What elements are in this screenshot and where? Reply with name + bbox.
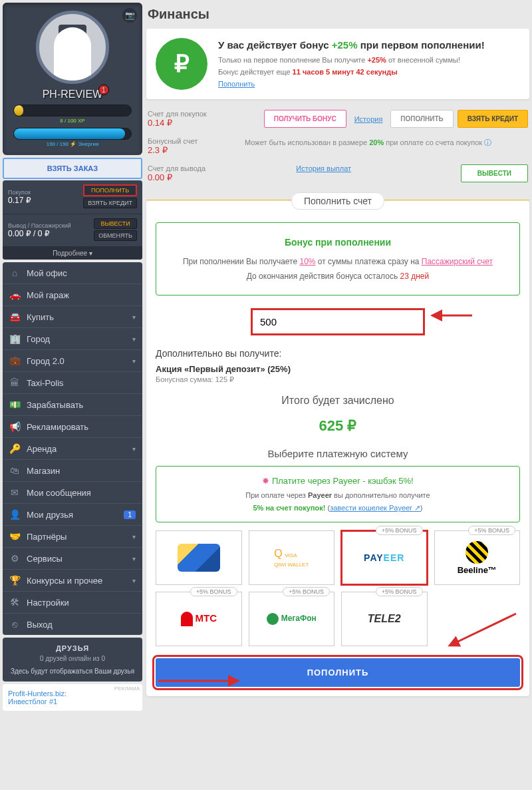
nav-icon: 📢 [9, 421, 20, 432]
nav-Рекламировать[interactable]: 📢Рекламировать [3, 415, 142, 437]
mini-withdraw-button[interactable]: ВЫВЕСТИ [94, 218, 137, 229]
energy-bar [13, 128, 132, 140]
nav-label: Выход [27, 620, 53, 630]
nav-icon: ⌂ [9, 268, 20, 278]
nav-label: Магазин [27, 466, 60, 476]
total-label: Итого будет зачислено [156, 395, 520, 407]
xp-bar [13, 104, 132, 116]
energy-text: 190 / 190 ⚡ Энергия [8, 141, 137, 147]
payout-history-link[interactable]: История выплат [292, 164, 355, 172]
acct-bonus-note: Может быть использован в размере 20% при… [245, 137, 528, 148]
chevron-down-icon: ▾ [132, 555, 136, 562]
nav-icon: 🚘 [9, 311, 20, 322]
avatar[interactable] [36, 11, 109, 84]
amount-input[interactable] [251, 309, 424, 335]
nav-Настройки[interactable]: 🛠Настройки [3, 591, 142, 613]
nav-Аренда[interactable]: 🔑Аренда▾ [3, 437, 142, 459]
nav-Магазин[interactable]: 🛍Магазин [3, 459, 142, 481]
pay-cards[interactable] [156, 530, 242, 585]
ad-link2[interactable]: Инвестблог #1 [8, 697, 57, 705]
nav-icon: ⎋ [9, 619, 20, 630]
nav-label: Аренда [27, 444, 57, 454]
pay-payeer[interactable]: +5% BONUSPAYEER [341, 530, 428, 585]
topup-card: Бонус при пополнении При пополнении Вы п… [146, 201, 529, 696]
friends-empty: Здесь будут отображаться Ваши друзья [8, 668, 137, 675]
nav-icon: 🤝 [9, 531, 20, 542]
pay-visa-qiwi[interactable]: Q VISAQIWI WALLET [249, 530, 335, 585]
bonus-line1: Только на первое пополнение Вы получите … [218, 55, 485, 67]
nav-label: Мой офис [27, 268, 67, 278]
chevron-down-icon: ▾ [132, 445, 136, 453]
mini-more-button[interactable]: Подробнее ▾ [3, 247, 142, 260]
get-bonus-button[interactable]: ПОЛУЧИТЬ БОНУС [264, 110, 346, 128]
nav-Мои друзья[interactable]: 👤Мои друзья1 [3, 503, 142, 525]
nav-label: Конкурсы и прочее [27, 576, 102, 586]
nav-Мой гараж[interactable]: 🚗Мой гараж [3, 284, 142, 305]
bonus-title: У вас действует бонус +25% при первом по… [218, 39, 485, 51]
nav-icon: 🔑 [9, 443, 20, 454]
credit-button[interactable]: ВЗЯТЬ КРЕДИТ [458, 110, 528, 128]
camera-icon[interactable]: 📷 [122, 8, 137, 23]
chevron-down-icon: ▾ [132, 335, 136, 343]
nav-icon: 🏛 [9, 377, 20, 388]
nav-label: Мои сообщения [27, 488, 91, 498]
pay-tele2[interactable]: +5% BONUSTELE2 [341, 592, 428, 646]
topup-button[interactable]: ПОПОЛНИТЬ [390, 110, 453, 128]
account-buy-row: Счет для покупок 0.14 ₽ ПОЛУЧИТЬ БОНУС И… [146, 107, 529, 134]
pay-mts[interactable]: +5% BONUSМТС [156, 592, 242, 646]
chevron-down-icon: ▾ [132, 533, 136, 540]
username: PH-REVIEW 1 [8, 89, 137, 100]
nav-Сервисы[interactable]: ⚙Сервисы▾ [3, 547, 142, 569]
nav-Конкурсы и прочее[interactable]: 🏆Конкурсы и прочее▾ [3, 569, 142, 591]
promo-name: Акция «Первый депозит» (25%) [156, 364, 520, 374]
nav-label: Город [27, 334, 50, 344]
nav-icon: 💵 [9, 399, 20, 410]
pay-beeline[interactable]: +5% BONUSBeeline™ [434, 530, 521, 585]
friends-sub: 0 друзей онлайн из 0 [8, 655, 137, 662]
bonus-line2: Бонус действует еще 11 часов 5 минут 42 … [218, 67, 485, 79]
take-order-button[interactable]: ВЗЯТЬ ЗАКАЗ [3, 158, 142, 179]
acct-out-label: Счет для вывода [148, 164, 234, 172]
mini-topup-button[interactable]: ПОПОЛНИТЬ [83, 184, 137, 196]
nav-Мой офис[interactable]: ⌂Мой офис [3, 262, 142, 284]
payeer-promo: Платите через Payeer - кэшбэк 5%! При оп… [156, 466, 520, 522]
xp-text: 8 / 100 XP [8, 118, 137, 124]
bonus-info: Бонус при пополнении При пополнении Вы п… [156, 222, 520, 296]
nav-label: Рекламировать [27, 422, 88, 432]
bonus-topup-link[interactable]: Пополнить [218, 80, 255, 88]
mini-out-label: Вывод / Пассажирский [8, 222, 71, 229]
nav-Мои сообщения[interactable]: ✉Мои сообщения [3, 481, 142, 503]
bonus-banner: ₽ У вас действует бонус +25% при первом … [146, 29, 529, 99]
nav-label: Настройки [27, 598, 69, 608]
history-link[interactable]: История [350, 115, 387, 123]
mini-exchange-button[interactable]: ОБМЕНЯТЬ [94, 230, 137, 241]
nav-Партнёры[interactable]: 🤝Партнёры▾ [3, 525, 142, 547]
nav-icon: 🏢 [9, 333, 20, 344]
ad-tag: РЕКЛАМА [114, 686, 140, 691]
total-value: 625 ₽ [156, 417, 520, 435]
nav-Купить[interactable]: 🚘Купить▾ [3, 305, 142, 327]
nav-icon: 🛍 [9, 465, 20, 476]
mini-credit-button[interactable]: ВЗЯТЬ КРЕДИТ [83, 198, 137, 208]
nav-label: Сервисы [27, 554, 63, 564]
profile-card: 📷 PH-REVIEW 1 8 / 100 XP 190 / 190 ⚡ Эне… [3, 3, 142, 155]
ad-link1[interactable]: Profit-Hunters.biz: [8, 690, 66, 697]
withdraw-button[interactable]: ВЫВЕСТИ [461, 164, 528, 182]
nav-Зарабатывать[interactable]: 💵Зарабатывать [3, 393, 142, 415]
nav-Город[interactable]: 🏢Город▾ [3, 327, 142, 349]
pay-megafon[interactable]: +5% BONUSМегаФон [249, 592, 335, 646]
notif-badge[interactable]: 1 [98, 85, 109, 95]
chevron-down-icon: ▾ [132, 577, 136, 584]
nav-badge: 1 [124, 510, 136, 519]
ad-box[interactable]: РЕКЛАМА Profit-Hunters.biz: Инвестблог #… [3, 684, 142, 711]
chevron-down-icon: ▾ [132, 357, 136, 365]
payeer-wallet-link[interactable]: завести кошелек Payeer ↗ [330, 504, 420, 512]
friends-box: ДРУЗЬЯ 0 друзей онлайн из 0 Здесь будут … [3, 638, 142, 682]
nav-Город 2.0[interactable]: 💼Город 2.0▾ [3, 349, 142, 371]
mini-finance: Покупок 0.17 ₽ ПОПОЛНИТЬ ВЗЯТЬ КРЕДИТ Вы… [3, 180, 142, 260]
ruble-icon: ₽ [156, 38, 207, 90]
mini-buy-value: 0.17 ₽ [8, 196, 31, 205]
nav-Выход[interactable]: ⎋Выход [3, 613, 142, 635]
friends-title: ДРУЗЬЯ [8, 644, 137, 652]
nav-Taxi-Polis[interactable]: 🏛Taxi-Polis [3, 371, 142, 393]
